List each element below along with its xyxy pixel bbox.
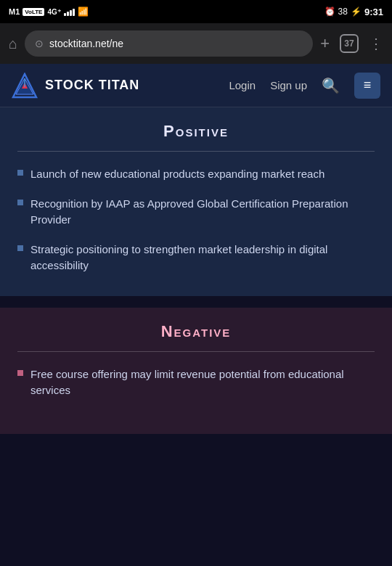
negative-item-1-text: Free course offering may limit revenue p… — [30, 366, 375, 399]
charging-icon: ⚡ — [351, 7, 362, 17]
login-link[interactable]: Login — [229, 79, 256, 91]
signal-bar-4 — [73, 9, 75, 16]
positive-title: Positive — [17, 122, 375, 141]
home-button[interactable]: ⌂ — [9, 36, 17, 52]
tabs-count-button[interactable]: 37 — [340, 34, 359, 53]
positive-list: Launch of new educational products expan… — [17, 166, 375, 274]
negative-divider — [17, 351, 375, 352]
4g-badge: 4G⁺ — [47, 8, 60, 16]
nav-bar: STOCK TITAN Login Sign up 🔍 ≡ — [0, 64, 392, 107]
logo-container: STOCK TITAN — [12, 73, 139, 99]
positive-item-2-text: Recognition by IAAP as Approved Global C… — [30, 196, 375, 229]
negative-section: Negative Free course offering may limit … — [0, 308, 392, 434]
negative-title: Negative — [17, 322, 375, 341]
positive-item-2: Recognition by IAAP as Approved Global C… — [17, 196, 375, 229]
more-menu-button[interactable]: ⋮ — [369, 35, 383, 52]
url-text: stocktitan.net/ne — [49, 38, 123, 49]
main-content: Positive Launch of new educational produ… — [0, 107, 392, 566]
battery-percent: 38 — [338, 7, 348, 17]
new-tab-button[interactable]: + — [320, 34, 330, 53]
positive-item-3: Strategic positioning to strengthen mark… — [17, 242, 375, 274]
carrier-text: M1 — [9, 7, 20, 16]
browser-chrome: ⌂ ⊙ stocktitan.net/ne + 37 ⋮ — [0, 23, 392, 64]
logo-icon — [12, 73, 38, 99]
positive-item-1-text: Launch of new educational products expan… — [30, 166, 324, 183]
nav-links: Login Sign up 🔍 ≡ — [229, 73, 380, 99]
bullet-marker-3 — [17, 245, 23, 251]
alarm-icon: ⏰ — [324, 7, 335, 17]
status-bar: M1 VoLTE 4G⁺ 📶 ⏰ 38 ⚡ 9:31 — [0, 0, 392, 23]
signal-bar-3 — [70, 10, 72, 16]
bullet-marker-1 — [17, 170, 23, 176]
time-display: 9:31 — [364, 7, 383, 17]
positive-section: Positive Launch of new educational produ… — [0, 107, 392, 296]
status-left: M1 VoLTE 4G⁺ 📶 — [9, 7, 89, 17]
search-icon[interactable]: 🔍 — [322, 77, 340, 94]
positive-divider — [17, 151, 375, 152]
bullet-marker-2 — [17, 200, 23, 205]
volte-badge: VoLTE — [23, 8, 44, 16]
positive-item-1: Launch of new educational products expan… — [17, 166, 375, 183]
url-security-icon: ⊙ — [35, 38, 44, 49]
negative-bullet-marker-1 — [17, 370, 23, 376]
signal-bars — [64, 7, 75, 16]
menu-button[interactable]: ≡ — [354, 73, 380, 99]
url-bar[interactable]: ⊙ stocktitan.net/ne — [25, 30, 313, 57]
signal-bar-2 — [67, 12, 69, 16]
negative-list: Free course offering may limit revenue p… — [17, 366, 375, 399]
positive-item-3-text: Strategic positioning to strengthen mark… — [30, 242, 375, 274]
negative-item-1: Free course offering may limit revenue p… — [17, 366, 375, 399]
logo-text: STOCK TITAN — [45, 78, 139, 93]
wifi-icon: 📶 — [78, 7, 89, 17]
status-right: ⏰ 38 ⚡ 9:31 — [324, 7, 383, 17]
browser-actions: + 37 ⋮ — [320, 34, 383, 53]
signal-bar-1 — [64, 13, 66, 16]
signup-link[interactable]: Sign up — [270, 79, 307, 91]
